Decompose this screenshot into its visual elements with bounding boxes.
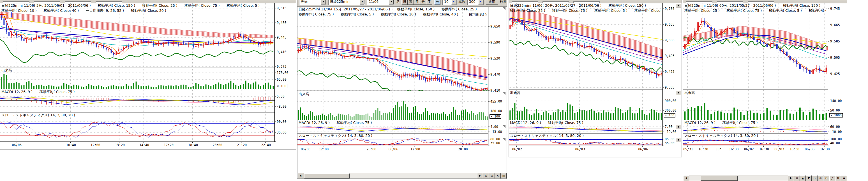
contract-select[interactable]: 11/06 ▼ — [367, 0, 394, 5]
macd-axis-label: -10.00 — [830, 130, 842, 134]
market-select-value: 先物 — [301, 0, 308, 4]
period-button-分[interactable]: 分 — [420, 0, 426, 5]
stochastics-pane[interactable] — [0, 122, 275, 138]
time-axis-label: 06/06 — [637, 147, 649, 151]
scrollbar-thumb[interactable] — [701, 176, 738, 181]
pane-menu-button[interactable]: ▼ — [676, 91, 681, 95]
apply-button[interactable]: 適用 — [486, 0, 498, 5]
chart-canvas[interactable] — [683, 0, 847, 181]
volume-axis-label: 455.00 — [490, 100, 502, 103]
scrollbar-track[interactable] — [304, 173, 477, 179]
pane-menu-button[interactable]: ▼ — [676, 125, 681, 129]
price-pane[interactable] — [683, 18, 828, 76]
volume-pane-label: 出来高 — [1, 68, 12, 73]
zoom-in-icon[interactable]: ⊕ — [483, 173, 489, 179]
price-axis-label: 9,495 — [665, 54, 675, 58]
volume-axis-label: 300.00 — [665, 108, 677, 112]
close-icon[interactable]: ✕ — [835, 175, 841, 181]
toolbar-strip-cut — [509, 0, 682, 3]
bar-count-value: 300 — [469, 0, 475, 4]
pane-menu-button[interactable]: ▼ — [676, 4, 681, 8]
chart-toolbar: 先物 ▼ 日経225mini ▼ 11/06 ▼ 足 日週月分T 分 10 ▼ — [298, 0, 506, 7]
search-label[interactable]: 検索 — [500, 0, 506, 4]
stochastics-pane[interactable] — [683, 140, 828, 145]
scroll-left-button[interactable]: ◀ — [683, 175, 689, 181]
pane-resize-handle-icon[interactable] — [503, 92, 505, 95]
chevron-down-icon[interactable]: ▼ — [478, 0, 483, 4]
period-button-月[interactable]: 月 — [414, 0, 420, 5]
bar-count-select[interactable]: 300 ▼ — [467, 0, 484, 5]
period-minute-button[interactable]: 分 — [434, 0, 440, 5]
volume-pane[interactable] — [1, 74, 274, 89]
time-axis-label: 10:40 — [65, 143, 77, 147]
market-select[interactable]: 先物 ▼ — [299, 0, 326, 5]
macd-pane-label: MACD( 12, 26, 9 ) 移動平均( Close, 75 ) — [684, 121, 757, 125]
pane-resize-handle-icon[interactable] — [503, 125, 505, 128]
zoom-out-icon[interactable]: ⊖ — [489, 173, 495, 179]
time-axis-label: 13:20 — [114, 143, 126, 147]
macd-pane[interactable] — [683, 127, 828, 132]
symbol-select[interactable]: 日経225mini ▼ — [328, 0, 365, 5]
volume-axis-label: 65.00 — [277, 78, 286, 81]
fit-icon[interactable]: ↔ — [812, 175, 817, 181]
volume-pane-label: 出来高 — [510, 90, 521, 95]
price-axis-label: 9,665 — [830, 23, 840, 27]
pane-resize-handle-icon[interactable] — [503, 138, 505, 141]
chart-canvas[interactable] — [0, 0, 296, 150]
stochastics-pane[interactable] — [509, 138, 662, 145]
chart-canvas[interactable] — [298, 0, 507, 179]
scrollbar-track[interactable] — [689, 175, 788, 181]
up-icon[interactable]: ▲ — [800, 175, 806, 181]
volume-pane[interactable] — [509, 103, 662, 120]
chevron-down-icon[interactable]: ▼ — [321, 0, 326, 4]
scrollbar-thumb[interactable] — [304, 174, 350, 179]
macd-pane[interactable] — [509, 127, 662, 132]
period-button-日[interactable]: 日 — [401, 0, 408, 5]
price-axis-label: 9,585 — [830, 40, 840, 43]
time-axis-label: 06/06 — [804, 147, 816, 151]
time-axis-label: 12:00 — [318, 147, 330, 151]
pane-menu-button[interactable]: ▼ — [676, 138, 681, 142]
volume-axis-label: 900.00 — [665, 99, 677, 103]
indicator-legend: 移動平均( Close, 25 ) 移動平均( Close, 75 ) 移動平均… — [684, 8, 826, 13]
time-axis-label: 16:30 — [758, 147, 770, 151]
scrollbar-tool-buttons: ▦▲▼↔⊕⊖╱✕▣ — [794, 175, 847, 181]
grid-icon[interactable]: ▦ — [794, 175, 800, 181]
chevron-down-icon[interactable]: ▼ — [452, 0, 456, 4]
volume-pane-label: 出来高 — [299, 92, 309, 97]
maximize-icon[interactable]: ▣ — [841, 175, 847, 181]
macd-pane[interactable] — [0, 97, 275, 105]
stoch-axis-label: 40.00 — [830, 141, 840, 145]
chevron-down-icon[interactable]: ▼ — [360, 0, 365, 4]
chart-title: 日経225mini 11/06( 60分, 2011/05/27 - 2011/… — [684, 3, 826, 8]
price-pane[interactable] — [509, 8, 662, 78]
indicator-legend: 移動平均( Close, 25 ) 移動平均( Close, 75 ) 移動平均… — [510, 8, 661, 13]
macd-axis-label: 4.00 — [490, 125, 498, 129]
trendline-icon[interactable]: ╱ — [829, 175, 835, 181]
volume-pane[interactable] — [684, 103, 827, 120]
horizontal-scrollbar[interactable]: ◀▶⊕⊖✕▥ — [298, 173, 506, 179]
close-icon[interactable]: ✕ — [495, 173, 501, 179]
price-pane[interactable] — [0, 12, 275, 63]
price-axis-label: 9,425 — [830, 72, 840, 76]
time-axis-label: 06/03 — [773, 147, 785, 151]
chevron-down-icon[interactable]: ▼ — [389, 0, 394, 4]
price-axis-label: 9,530 — [490, 56, 500, 60]
zoom-out-icon[interactable]: ⊖ — [824, 175, 829, 181]
scroll-right-button[interactable]: ▶ — [788, 175, 794, 181]
time-axis-label: 06/03 — [300, 147, 312, 151]
time-axis-label: 05/31 — [683, 147, 694, 151]
pane-resize-handle-icon[interactable] — [503, 7, 505, 10]
scroll-right-button[interactable]: ▶ — [477, 173, 483, 179]
period-button-週[interactable]: 週 — [408, 0, 414, 5]
macd-pane-label: MACD( 12, 26, 9 ) 移動平均( Close, 75 ) — [299, 121, 372, 125]
period-button-T[interactable]: T — [426, 0, 432, 5]
stoch-axis-label: 100.00 — [830, 137, 842, 141]
horizontal-scrollbar[interactable]: ◀▶▦▲▼↔⊕⊖╱✕▣ — [683, 175, 847, 181]
scroll-left-button[interactable]: ◀ — [298, 173, 303, 179]
period-value-select[interactable]: 10 ▼ — [442, 0, 457, 5]
layout-icon[interactable]: ▥ — [501, 173, 506, 179]
down-icon[interactable]: ▼ — [806, 175, 812, 181]
contract-select-value: 11/06 — [369, 0, 378, 4]
zoom-in-icon[interactable]: ⊕ — [817, 175, 824, 181]
